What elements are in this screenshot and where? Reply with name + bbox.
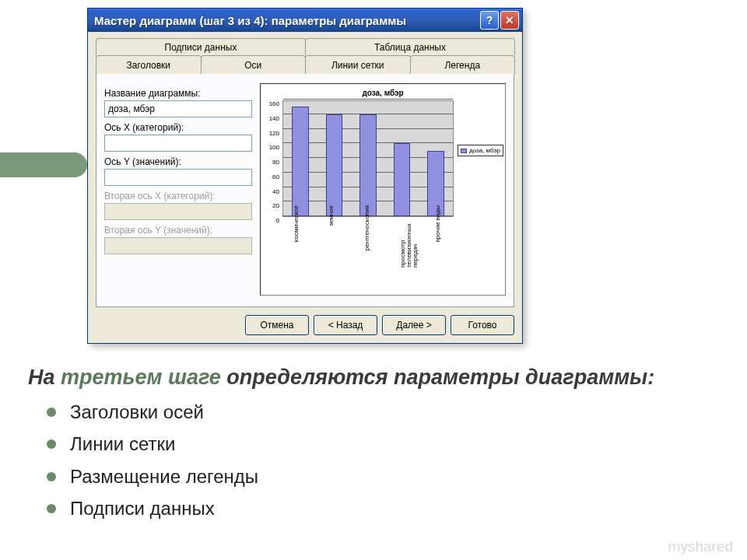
- slide-heading: На третьем шаге определяются параметры д…: [28, 366, 654, 390]
- titlebar-text: Мастер диаграмм (шаг 3 из 4): параметры …: [94, 14, 479, 27]
- axis-x2-label: Вторая ось X (категорий):: [104, 191, 252, 201]
- legend-label: доза, мбэр: [469, 147, 500, 154]
- legend-swatch: [461, 149, 467, 153]
- slide-accent: [0, 152, 87, 177]
- heading-highlight: третьем шаге: [61, 366, 221, 389]
- heading-prefix: На: [28, 366, 61, 389]
- dialog-body: Подписи данных Таблица данных Заголовки …: [88, 32, 522, 343]
- chart-preview-title: доза, мбэр: [264, 89, 502, 97]
- chart-plot-area: 020406080100120140160: [282, 100, 454, 217]
- list-item: Линии сетки: [47, 432, 258, 457]
- back-button[interactable]: < Назад: [314, 315, 377, 335]
- watermark: myshared: [668, 538, 733, 555]
- tab-panel-titles: Название диаграммы: Ось X (категорий): О…: [96, 74, 514, 307]
- tabs: Подписи данных Таблица данных Заголовки …: [96, 38, 514, 307]
- axis-x2-input: [104, 203, 252, 220]
- chart-wizard-dialog: Мастер диаграмм (шаг 3 из 4): параметры …: [87, 8, 523, 344]
- axis-y2-input: [104, 237, 252, 254]
- close-icon: ✕: [505, 14, 514, 26]
- help-button[interactable]: ?: [480, 11, 499, 30]
- close-button[interactable]: ✕: [500, 11, 519, 30]
- tab-legend[interactable]: Легенда: [410, 55, 516, 74]
- tab-gridlines[interactable]: Линии сетки: [305, 55, 411, 74]
- titlebar[interactable]: Мастер диаграмм (шаг 3 из 4): параметры …: [88, 9, 522, 32]
- axis-y-label: Ось Y (значений):: [104, 156, 252, 167]
- titles-form: Название диаграммы: Ось X (категорий): О…: [104, 83, 252, 296]
- heading-suffix: определяются параметры диаграммы:: [221, 366, 654, 389]
- axis-y2-label: Вторая ось Y (значений):: [104, 225, 252, 236]
- axis-x-input[interactable]: [104, 135, 252, 152]
- chart-bar: [292, 107, 309, 216]
- chart-name-input[interactable]: [104, 100, 252, 117]
- finish-button[interactable]: Готово: [451, 315, 514, 335]
- slide-list: Заголовки осей Линии сетки Размещение ле…: [47, 400, 258, 529]
- wizard-buttons: Отмена < Назад Далее > Готово: [96, 315, 514, 335]
- list-item: Заголовки осей: [47, 400, 258, 425]
- chart-bar: [359, 114, 377, 216]
- chart-preview: доза, мбэр 020406080100120140160 космиче…: [260, 83, 506, 296]
- tab-data-table[interactable]: Таблица данных: [305, 38, 515, 55]
- tab-titles[interactable]: Заголовки: [96, 55, 202, 74]
- chart-name-label: Название диаграммы:: [104, 88, 252, 99]
- cancel-button[interactable]: Отмена: [245, 315, 309, 335]
- chart-bar: [326, 114, 343, 216]
- next-button[interactable]: Далее >: [382, 315, 446, 335]
- chart-legend: доза, мбэр: [458, 145, 503, 156]
- axis-x-label: Ось X (категорий):: [104, 122, 252, 133]
- tab-axes[interactable]: Оси: [201, 55, 307, 74]
- axis-y-input[interactable]: [104, 169, 252, 186]
- list-item: Подписи данных: [47, 496, 258, 521]
- list-item: Размещение легенды: [47, 464, 258, 489]
- tab-data-labels[interactable]: Подписи данных: [96, 38, 306, 55]
